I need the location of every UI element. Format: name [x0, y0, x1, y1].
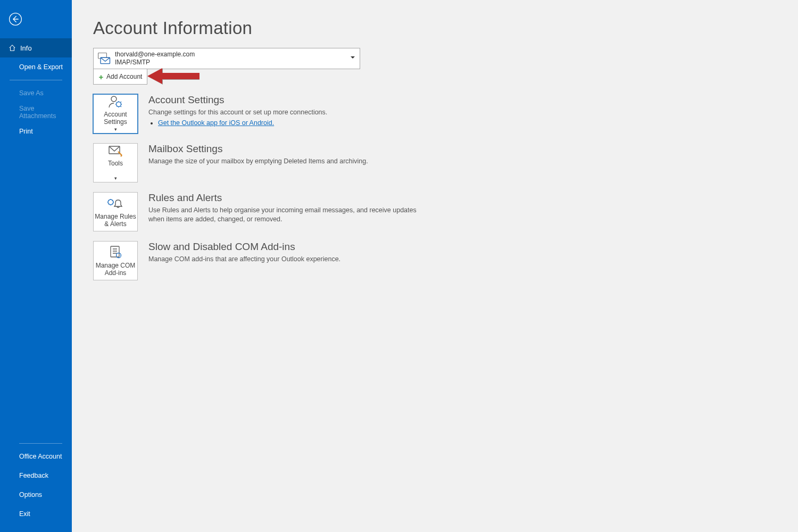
- mailbox-settings-heading: Mailbox Settings: [148, 143, 368, 155]
- rules-alerts-heading: Rules and Alerts: [148, 192, 425, 204]
- nav-info-label: Info: [20, 44, 32, 52]
- account-settings-tile[interactable]: Account Settings ▾: [93, 94, 138, 134]
- nav-feedback[interactable]: Feedback: [0, 466, 72, 485]
- tools-tile[interactable]: Tools▾: [93, 143, 138, 182]
- nav-office-account[interactable]: Office Account: [0, 447, 72, 466]
- account-type: IMAP/SMTP: [115, 59, 195, 66]
- account-selector[interactable]: thorvald@one-example.com IMAP/SMTP: [93, 48, 360, 69]
- com-addins-heading: Slow and Disabled COM Add-ins: [148, 241, 340, 253]
- user-gear-icon: [107, 95, 123, 109]
- mailbox-settings-desc: Manage the size of your mailbox by empty…: [148, 157, 368, 166]
- nav-save-as: Save As: [0, 84, 72, 103]
- callout-arrow: [146, 66, 200, 86]
- account-email: thorvald@one-example.com: [115, 51, 195, 59]
- home-icon: [9, 44, 16, 52]
- rules-icon: [106, 196, 124, 211]
- nav-options[interactable]: Options: [0, 485, 72, 504]
- back-button[interactable]: [0, 0, 72, 38]
- nav-separator-bottom: [19, 443, 62, 444]
- nav-separator: [10, 80, 62, 80]
- com-addins-tile[interactable]: Manage COM Add-ins: [93, 241, 138, 280]
- com-addins-desc: Manage COM add-ins that are affecting yo…: [148, 255, 340, 264]
- mail-account-icon: [97, 51, 112, 66]
- nav-print[interactable]: Print: [0, 122, 72, 141]
- account-settings-heading: Account Settings: [148, 94, 327, 106]
- rules-alerts-tile[interactable]: Manage Rules & Alerts: [93, 192, 138, 231]
- nav-save-attachments: Save Attachments: [0, 103, 72, 122]
- add-account-button[interactable]: + Add Account: [93, 69, 147, 85]
- account-settings-desc: Change settings for this account or set …: [148, 108, 327, 117]
- page-title: Account Information: [93, 18, 798, 38]
- backstage-sidebar: Info Open & Export Save As Save Attachme…: [0, 0, 72, 532]
- outlook-app-link[interactable]: Get the Outlook app for iOS or Android.: [158, 119, 274, 127]
- nav-exit[interactable]: Exit: [0, 504, 72, 523]
- add-account-label: Add Account: [106, 73, 142, 80]
- mailbox-tools-icon: [107, 144, 123, 157]
- chevron-down-icon: ▾: [114, 126, 117, 133]
- chevron-down-icon: [350, 55, 355, 60]
- rules-alerts-desc: Use Rules and Alerts to help organise yo…: [148, 206, 425, 224]
- svg-rect-14: [111, 246, 119, 257]
- content-area: Account Information thorvald@one-example…: [72, 0, 798, 532]
- plus-icon: +: [96, 72, 106, 81]
- nav-info[interactable]: Info: [0, 38, 72, 57]
- addins-icon: [109, 245, 122, 260]
- chevron-down-icon: ▾: [114, 174, 117, 182]
- svg-point-10: [111, 96, 117, 102]
- nav-open-export[interactable]: Open & Export: [0, 57, 72, 77]
